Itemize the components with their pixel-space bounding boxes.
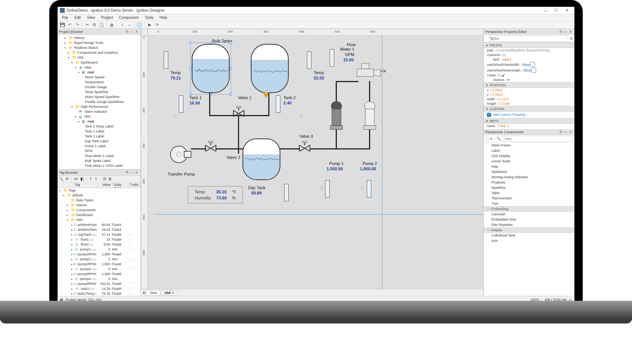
refresh-icon[interactable]: ⟳ (66, 177, 69, 181)
panel-min-icon[interactable]: — (563, 30, 568, 34)
tree-item[interactable]: Motor Speed (58, 75, 141, 80)
tag-add-icon[interactable]: 🏷 (74, 177, 78, 181)
component-item[interactable]: Progress (484, 180, 574, 185)
tree-item[interactable]: ▸📁Components and Graphics (58, 50, 141, 55)
panel-popout-icon[interactable]: ⧉ (558, 30, 563, 34)
tree-item[interactable]: Flow Meter 1 Label (58, 154, 141, 159)
component-item[interactable]: Flex Repeater (484, 222, 574, 227)
panel-close-icon[interactable]: ✕ (134, 30, 139, 34)
menu-edit[interactable]: Edit (71, 16, 84, 20)
tag-row[interactable]: ▸🏷tank1Temp Opc78.32Float8⋮⋮ (58, 291, 141, 296)
tree-item[interactable]: ▸📁History (58, 36, 141, 40)
distribute-icon[interactable]: ⫟ (126, 22, 133, 28)
panel-min-icon[interactable]: — (129, 30, 134, 34)
tree-item[interactable]: ▾◧root (58, 119, 141, 124)
tag-folder[interactable]: ▸📁Components (58, 208, 141, 213)
tree-item[interactable]: Double Gauge (58, 85, 141, 90)
tree-item[interactable]: Double Gauge Sparklines (58, 100, 141, 104)
dropdown-icon[interactable]: ▾ (508, 78, 510, 82)
preview-icon[interactable]: ⬚ (136, 22, 143, 28)
tag-folder[interactable]: ▾📁HMI (58, 218, 141, 222)
panel-close-icon[interactable]: ✕ (134, 171, 139, 174)
component-item[interactable]: Moving Analog Indicator (484, 174, 574, 180)
component-item[interactable]: Carousel (484, 212, 574, 217)
tree-item[interactable]: Bulk Tanks Label (58, 159, 141, 163)
settings-icon[interactable]: ⚙ (569, 36, 573, 40)
tree-item[interactable]: Temperature (58, 80, 141, 85)
tree-item[interactable]: ▸📁Rapid Design Tools (58, 40, 141, 45)
menu-view[interactable]: View (84, 16, 98, 20)
paste-icon[interactable]: 📋 (98, 22, 105, 28)
tag-folder[interactable]: ▾📁Tags (58, 188, 141, 193)
tag-folder[interactable]: ▸📁Alarms (58, 203, 141, 208)
component-item[interactable]: Embedded View (484, 217, 574, 222)
component-item[interactable]: Map (484, 164, 574, 169)
component-item[interactable]: Tree (484, 201, 574, 206)
tab-hmi[interactable]: HMI ✕ (161, 290, 178, 296)
tag-row[interactable]: ▸🏷pump3RPM Opc1,000Float8 (58, 272, 141, 277)
transfer-pump-icon[interactable] (169, 144, 192, 163)
panel-popout-icon[interactable]: ⧉ (124, 30, 129, 34)
tree-item[interactable]: ▾◑View (58, 65, 141, 70)
copy-icon[interactable]: ⧉ (91, 22, 98, 28)
component-item[interactable]: Table (484, 190, 574, 196)
refresh-icon[interactable]: ⟳ (153, 22, 160, 28)
component-list[interactable]: Inline FrameLabelLED DisplayLinear Scale… (484, 143, 574, 296)
component-item[interactable]: Inline Frame (484, 143, 574, 148)
list-icon[interactable]: ≡ (490, 137, 493, 141)
expand-icon[interactable]: ⊞ (108, 177, 111, 181)
outlet-device-icon[interactable] (356, 62, 386, 83)
tree-item[interactable]: ▾📁Dashboard (58, 60, 141, 65)
tree-item[interactable]: Flow Meter 1 GPM Label (58, 163, 141, 168)
property-filter-input[interactable] (490, 36, 568, 42)
undo-icon[interactable]: ↶ (66, 22, 73, 28)
delete-icon[interactable]: 🗑 (108, 22, 115, 28)
panel-min-icon[interactable]: — (563, 130, 568, 134)
tree-item[interactable]: RPM (58, 149, 141, 154)
tree-item[interactable]: ▾◧root (58, 70, 141, 75)
menu-file[interactable]: File (59, 16, 71, 20)
tree-item[interactable]: Tank 1 Label (58, 129, 141, 134)
daytank-gauge[interactable] (284, 184, 289, 201)
tag-row[interactable]: ▸🏷pump2RPM Opc1,000Float8 (58, 262, 141, 267)
import-icon[interactable]: ⇩ (89, 177, 92, 181)
paint-icon[interactable]: 🖌 (502, 73, 505, 77)
maximize-button[interactable]: ☐ (551, 8, 562, 13)
project-tree[interactable]: ▸📁History▸📁Rapid Design Tools▾📁Realtime … (58, 35, 141, 169)
panel-min-icon[interactable]: — (129, 171, 134, 174)
tag-folder[interactable]: ▾📁default (58, 193, 141, 198)
panel-close-icon[interactable]: ✕ (568, 30, 573, 34)
tag-row[interactable]: ▸🏷dayTank Opc57.14Float8⋮⋮ (58, 232, 141, 237)
tag-folder[interactable]: ▸📁Dashboard (58, 213, 141, 218)
pump1-gauge[interactable] (325, 180, 330, 198)
tree-item[interactable]: ▾📁High Performance (58, 104, 141, 109)
valve2-icon[interactable] (205, 141, 217, 151)
tag-row[interactable]: ▸🏷ambientTemp Opc29.63Float4 (58, 227, 141, 232)
tree-item[interactable]: Motor Speed Sparkline (58, 95, 141, 100)
component-item[interactable]: Sparkline (484, 185, 574, 190)
day-tank[interactable] (242, 138, 280, 180)
pump1-icon[interactable] (329, 101, 344, 131)
tree-item[interactable]: Pump 1 Label (58, 144, 141, 149)
temp2-gauge[interactable] (307, 51, 311, 69)
tag-folder[interactable]: 📁Data Types (58, 198, 141, 203)
pump2-icon[interactable] (362, 101, 377, 131)
panel-popout-icon[interactable]: ⧉ (558, 130, 563, 134)
tree-item[interactable]: Tank 2 Label (58, 134, 141, 139)
menu-tools[interactable]: Tools (142, 16, 156, 20)
minimize-button[interactable]: — (540, 8, 551, 13)
tree-item[interactable]: ⬒Alarm Indicator (58, 109, 141, 114)
pump2-gauge[interactable] (367, 180, 371, 198)
component-item[interactable]: Cylindrical Tank (484, 233, 574, 238)
tree-item[interactable]: Tank 1 Temp Label (58, 124, 141, 129)
tag-table[interactable]: ▾📁Tags▾📁default📁Data Types▸📁Alarms▸📁Comp… (58, 188, 141, 296)
tree-item[interactable]: ▾📁Realtime Status (58, 45, 141, 50)
tag-row[interactable]: ▸🏷pump3 Expr0Int4⋮⋮ (58, 267, 141, 272)
flow-gauge[interactable] (330, 49, 334, 67)
menu-project[interactable]: Project (98, 16, 116, 20)
component-filter-input[interactable] (502, 136, 573, 142)
tree-item[interactable]: ▾📁HMI (58, 55, 141, 60)
tank-2[interactable] (251, 44, 289, 93)
component-item[interactable]: Thermometer (484, 196, 574, 201)
use-default-width-checkbox[interactable] (530, 62, 535, 67)
